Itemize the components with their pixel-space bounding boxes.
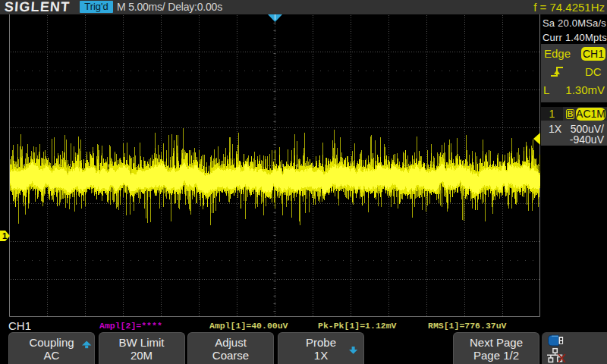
svg-text:1: 1 (2, 231, 7, 240)
